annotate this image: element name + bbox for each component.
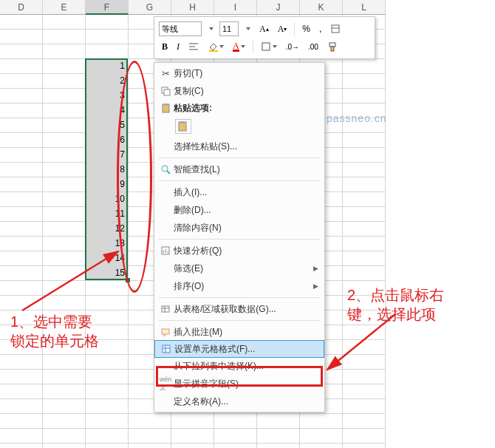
cell[interactable] xyxy=(343,177,386,192)
cell[interactable] xyxy=(86,281,129,296)
cell[interactable] xyxy=(0,444,43,448)
menu-insert[interactable]: 插入(I)... xyxy=(154,183,324,201)
col-header-E[interactable]: E xyxy=(43,0,86,15)
cell[interactable] xyxy=(0,384,43,399)
col-header-D[interactable]: D xyxy=(0,0,43,15)
cell[interactable] xyxy=(43,207,86,222)
cell[interactable] xyxy=(43,310,86,325)
cell[interactable] xyxy=(0,177,43,192)
cell[interactable] xyxy=(343,281,386,296)
font-size-dropdown[interactable] xyxy=(242,21,253,36)
cell[interactable] xyxy=(0,281,43,296)
cell[interactable] xyxy=(0,133,43,148)
cell[interactable] xyxy=(86,30,129,44)
menu-quick-analysis[interactable]: 快速分析(Q) xyxy=(154,242,324,259)
cell[interactable] xyxy=(43,148,86,163)
cell[interactable] xyxy=(343,118,386,133)
decrease-font-icon[interactable]: A▾ xyxy=(275,21,290,36)
cell[interactable] xyxy=(343,310,386,325)
menu-define-name[interactable]: 定义名称(A)... xyxy=(154,393,324,410)
menu-format-cells[interactable]: 设置单元格格式(F)... xyxy=(154,340,324,358)
cell[interactable] xyxy=(343,103,386,118)
cell[interactable] xyxy=(43,355,86,370)
format-painter-icon[interactable] xyxy=(324,39,341,54)
percent-button[interactable]: % xyxy=(299,21,313,36)
cell[interactable] xyxy=(43,103,86,118)
cell[interactable]: 4 xyxy=(86,103,129,118)
cell[interactable]: 5 xyxy=(86,118,129,133)
menu-sort[interactable]: 排序(O) ▶ xyxy=(154,277,324,295)
cell[interactable] xyxy=(86,310,129,325)
col-header-I[interactable]: I xyxy=(214,0,257,15)
cell[interactable] xyxy=(0,44,43,59)
cell[interactable] xyxy=(43,222,86,237)
format-icon[interactable] xyxy=(327,21,344,36)
cell[interactable] xyxy=(257,429,300,444)
col-header-F[interactable]: F xyxy=(86,0,129,15)
menu-filter[interactable]: 筛选(E) ▶ xyxy=(154,259,324,277)
cell[interactable] xyxy=(0,89,43,103)
font-name-input[interactable] xyxy=(159,21,202,36)
cell[interactable] xyxy=(43,325,86,340)
cell[interactable] xyxy=(129,429,171,444)
align-icon[interactable] xyxy=(185,39,202,54)
cell[interactable] xyxy=(343,325,386,340)
cell[interactable] xyxy=(214,444,257,448)
cell[interactable] xyxy=(0,163,43,177)
col-header-L[interactable]: L xyxy=(343,0,386,15)
cell[interactable] xyxy=(343,251,386,266)
col-header-K[interactable]: K xyxy=(300,0,343,15)
font-name-dropdown[interactable] xyxy=(205,21,216,36)
cell[interactable] xyxy=(129,414,171,429)
cell[interactable] xyxy=(343,237,386,251)
cell[interactable] xyxy=(343,222,386,237)
cell[interactable] xyxy=(0,59,43,74)
menu-clear[interactable]: 清除内容(N) xyxy=(154,219,324,237)
menu-smart-lookup[interactable]: 智能查找(L) xyxy=(154,160,324,178)
cell[interactable]: 9 xyxy=(86,177,129,192)
cell[interactable] xyxy=(343,429,386,444)
cell[interactable] xyxy=(0,192,43,207)
cell[interactable] xyxy=(0,15,43,30)
cell[interactable]: 14 xyxy=(86,251,129,266)
cell[interactable] xyxy=(43,384,86,399)
cell[interactable] xyxy=(86,325,129,340)
cell[interactable]: 12 xyxy=(86,222,129,237)
fill-color-icon[interactable] xyxy=(205,39,227,54)
borders-icon[interactable] xyxy=(258,39,280,54)
paste-option-default[interactable] xyxy=(175,119,191,134)
cell[interactable] xyxy=(86,355,129,370)
cell[interactable] xyxy=(43,163,86,177)
cell[interactable] xyxy=(0,325,43,340)
cell[interactable] xyxy=(257,414,300,429)
cell[interactable] xyxy=(0,296,43,310)
cell[interactable] xyxy=(0,251,43,266)
cell[interactable] xyxy=(171,429,214,444)
increase-decimal-icon[interactable]: .00 xyxy=(305,39,321,54)
cell[interactable] xyxy=(343,148,386,163)
cell[interactable] xyxy=(43,133,86,148)
cell[interactable] xyxy=(86,15,129,30)
cell[interactable] xyxy=(86,340,129,355)
cell[interactable] xyxy=(343,89,386,103)
menu-insert-comment[interactable]: 插入批注(M) xyxy=(154,323,324,341)
cell[interactable] xyxy=(343,266,386,281)
cell[interactable] xyxy=(300,429,343,444)
col-header-G[interactable]: G xyxy=(129,0,171,15)
cell[interactable] xyxy=(343,59,386,74)
cell[interactable]: 13 xyxy=(86,237,129,251)
cell[interactable] xyxy=(43,74,86,89)
cell[interactable] xyxy=(43,296,86,310)
cell[interactable] xyxy=(300,444,343,448)
cell[interactable] xyxy=(86,296,129,310)
cell[interactable] xyxy=(214,429,257,444)
cell[interactable]: 10 xyxy=(86,192,129,207)
cell[interactable] xyxy=(343,296,386,310)
cell[interactable] xyxy=(171,444,214,448)
cell[interactable] xyxy=(86,399,129,414)
cell[interactable] xyxy=(0,340,43,355)
cell[interactable] xyxy=(86,444,129,448)
cell[interactable]: 1 xyxy=(86,59,129,74)
menu-cut[interactable]: ✂ 剪切(T) xyxy=(154,64,324,82)
cell[interactable] xyxy=(43,370,86,384)
